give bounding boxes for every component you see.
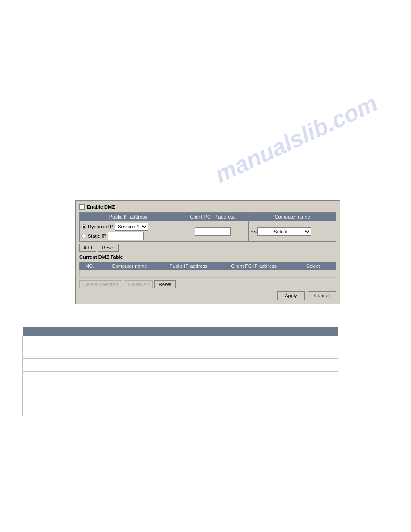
bottom-buttons-row: Delete Selected Delete All Reset bbox=[79, 280, 336, 288]
dynamic-ip-radio[interactable] bbox=[81, 224, 86, 229]
ip-address-table: Public IP address Client PC IP address C… bbox=[79, 212, 336, 242]
info-table-row-2 bbox=[23, 359, 338, 372]
info-row2-col1 bbox=[23, 359, 112, 372]
info-table-row-3 bbox=[23, 372, 338, 394]
enable-dmz-checkbox[interactable] bbox=[79, 204, 85, 210]
dmz-no-header: NO. bbox=[80, 262, 100, 270]
apply-button[interactable]: Apply bbox=[277, 291, 305, 300]
static-ip-input[interactable] bbox=[108, 232, 144, 240]
dmz-empty-row bbox=[80, 270, 336, 278]
add-reset-row: Add Reset bbox=[79, 244, 336, 252]
session-select[interactable]: Session 1 Session 2 Session 3 bbox=[115, 223, 148, 231]
dynamic-ip-label: Dynamic IP bbox=[88, 224, 113, 229]
dmz-computer-name-header: Computer name bbox=[100, 262, 159, 270]
info-row4-col2 bbox=[112, 394, 338, 416]
dmz-empty-client-ip bbox=[218, 270, 290, 278]
info-row2-col2 bbox=[112, 359, 338, 372]
dmz-select-header: Select bbox=[290, 262, 336, 270]
dmz-empty-no bbox=[80, 270, 100, 278]
dmz-panel: Enable DMZ Public IP address Client PC I… bbox=[75, 200, 340, 304]
dmz-empty-computer bbox=[100, 270, 159, 278]
info-row1-col1 bbox=[23, 336, 112, 359]
delete-selected-button[interactable]: Delete Selected bbox=[79, 280, 122, 288]
info-row3-col2 bbox=[112, 372, 338, 394]
dmz-public-ip-header: Public IP address bbox=[159, 262, 218, 270]
info-row1-col2 bbox=[112, 336, 338, 359]
add-button[interactable]: Add bbox=[79, 244, 96, 252]
dmz-empty-public-ip bbox=[159, 270, 218, 278]
apply-cancel-row: Apply Cancel bbox=[79, 291, 336, 300]
info-table bbox=[22, 327, 338, 416]
computer-name-select[interactable]: --------Select-------- bbox=[257, 227, 311, 236]
info-table-header-row bbox=[23, 327, 338, 336]
dmz-client-pc-ip-header: Client PC IP address bbox=[218, 262, 290, 270]
cancel-button[interactable]: Cancel bbox=[308, 291, 336, 300]
reset-button[interactable]: Reset bbox=[98, 244, 119, 252]
computer-select-group: << --------Select-------- bbox=[251, 227, 334, 236]
dmz-table: NO. Computer name Public IP address Clie… bbox=[79, 262, 336, 278]
dynamic-ip-row: Dynamic IP Session 1 Session 2 Session 3 bbox=[81, 223, 175, 231]
delete-all-button[interactable]: Delete All bbox=[124, 280, 153, 288]
info-row4-col1 bbox=[23, 394, 112, 416]
computer-name-header: Computer name bbox=[249, 213, 336, 221]
info-row3-col1 bbox=[23, 372, 112, 394]
client-ip-cell bbox=[177, 221, 248, 242]
info-table-container bbox=[22, 327, 338, 416]
computer-name-cell: << --------Select-------- bbox=[249, 221, 336, 242]
watermark: manualslib.com bbox=[211, 90, 382, 188]
dmz-empty-select bbox=[290, 270, 336, 278]
dynamic-ip-cell: Dynamic IP Session 1 Session 2 Session 3… bbox=[80, 221, 177, 242]
public-ip-header: Public IP address bbox=[80, 213, 177, 221]
enable-dmz-row: Enable DMZ bbox=[79, 204, 336, 210]
static-ip-radio[interactable] bbox=[81, 234, 86, 238]
enable-dmz-label: Enable DMZ bbox=[87, 204, 115, 210]
static-ip-label: Static IP bbox=[88, 233, 106, 239]
reset-table-button[interactable]: Reset bbox=[154, 280, 176, 288]
info-table-row-4 bbox=[23, 394, 338, 416]
client-ip-input[interactable] bbox=[195, 227, 231, 236]
current-dmz-label: Current DMZ Table bbox=[79, 254, 336, 260]
info-table-row-1 bbox=[23, 336, 338, 359]
client-pc-ip-header: Client PC IP address bbox=[177, 213, 248, 221]
forward-label: << bbox=[251, 229, 257, 234]
info-header-col1 bbox=[23, 327, 112, 336]
info-header-col2 bbox=[112, 327, 338, 336]
static-ip-row: Static IP bbox=[81, 232, 175, 240]
